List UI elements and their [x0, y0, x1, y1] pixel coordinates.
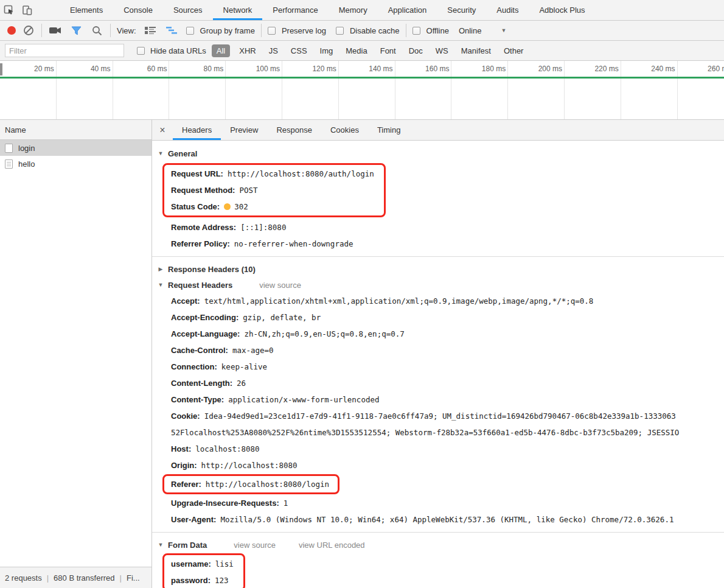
- inspect-element-icon[interactable]: [0, 0, 18, 20]
- collapse-triangle-icon[interactable]: ▼: [157, 542, 164, 548]
- filter-funnel-icon[interactable]: [69, 26, 83, 35]
- form-data-row-password: password:123: [171, 572, 234, 588]
- filter-input[interactable]: [5, 44, 124, 57]
- device-toolbar-icon[interactable]: [18, 0, 37, 20]
- toolbar-divider: [406, 24, 406, 37]
- tab-network[interactable]: Network: [213, 0, 263, 20]
- summary-more: Fi...: [127, 573, 140, 583]
- name-column-header[interactable]: Name: [0, 120, 151, 140]
- hide-data-urls-checkbox[interactable]: [137, 47, 145, 55]
- header-name: Accept-Encoding:: [171, 313, 238, 322]
- tab-security[interactable]: Security: [437, 0, 486, 20]
- view-source-link[interactable]: view source: [259, 281, 301, 290]
- network-main: Name login hello 2 requests | 680 B tran…: [0, 120, 724, 588]
- header-row-content-length: Content-Length:26: [152, 375, 724, 391]
- tab-adblock-plus[interactable]: Adblock Plus: [529, 0, 595, 20]
- tab-audits[interactable]: Audits: [486, 0, 529, 20]
- collapse-triangle-icon[interactable]: ▼: [157, 282, 164, 288]
- waterfall-icon[interactable]: [164, 26, 180, 35]
- header-value: 1: [284, 499, 288, 508]
- document-icon: [5, 144, 13, 153]
- throttling-select[interactable]: Online: [459, 26, 482, 35]
- filter-type-doc[interactable]: Doc: [405, 44, 426, 57]
- requests-count: 2 requests: [5, 573, 42, 583]
- disable-cache-label: Disable cache: [350, 26, 400, 35]
- clear-icon[interactable]: [22, 25, 35, 36]
- detail-tab-preview[interactable]: Preview: [221, 120, 267, 140]
- collapse-triangle-icon[interactable]: ▼: [157, 150, 164, 156]
- timeline-tick: 100 ms: [246, 65, 280, 73]
- timeline-tick: 200 ms: [528, 65, 562, 73]
- transferred-size: 680 B transferred: [54, 573, 114, 583]
- request-row-hello[interactable]: hello: [0, 156, 151, 172]
- disable-cache-checkbox[interactable]: [336, 27, 344, 35]
- header-value: POST: [239, 186, 257, 195]
- header-row-accept-encoding: Accept-Encoding:gzip, deflate, br: [152, 309, 724, 326]
- network-filterbar: Hide data URLs All XHR JS CSS Img Media …: [0, 41, 724, 61]
- form-data-title: Form Data: [168, 541, 207, 550]
- throttling-dropdown-icon[interactable]: ▼: [501, 27, 506, 33]
- group-by-frame-label: Group by frame: [200, 26, 255, 35]
- header-value: application/x-www-form-urlencoded: [228, 395, 379, 404]
- header-name: Status Code:: [171, 202, 220, 211]
- filter-type-css[interactable]: CSS: [287, 44, 311, 57]
- detail-tab-timing[interactable]: Timing: [368, 120, 410, 140]
- header-row-cookie-continuation: 52Flocalhost%253A8080%252F%26ntime%3D155…: [152, 424, 724, 441]
- header-row-cache-control: Cache-Control:max-age=0: [152, 342, 724, 359]
- annotation-box-general: Request URL:http://localhost:8080/auth/l…: [162, 163, 386, 217]
- header-row-cookie: Cookie:Idea-94ed9ed1=23ce1d17-e7d9-41f1-…: [152, 408, 724, 424]
- status-302-icon: [224, 203, 231, 210]
- tab-elements[interactable]: Elements: [60, 0, 113, 20]
- tab-memory[interactable]: Memory: [329, 0, 378, 20]
- tab-application[interactable]: Application: [378, 0, 437, 20]
- header-row-remote-address: Remote Address:[::1]:8080: [152, 219, 724, 236]
- general-section-title: General: [168, 149, 197, 158]
- filter-type-img[interactable]: Img: [316, 44, 337, 57]
- large-rows-icon[interactable]: [142, 26, 158, 35]
- header-value: 302: [234, 202, 248, 211]
- request-name: hello: [18, 159, 35, 169]
- header-name: Connection:: [171, 362, 217, 371]
- header-name: Content-Length:: [171, 379, 232, 388]
- summary-separator: |: [47, 573, 49, 583]
- filter-type-all[interactable]: All: [212, 44, 230, 57]
- filter-type-media[interactable]: Media: [342, 44, 371, 57]
- request-row-login[interactable]: login: [0, 140, 151, 156]
- filter-type-ws[interactable]: WS: [432, 44, 452, 57]
- detail-tab-cookies[interactable]: Cookies: [321, 120, 368, 140]
- detail-tab-headers[interactable]: Headers: [173, 120, 221, 140]
- filter-type-xhr[interactable]: XHR: [235, 44, 259, 57]
- group-by-frame-checkbox[interactable]: [186, 27, 194, 35]
- load-event-line: [0, 77, 724, 79]
- view-source-link[interactable]: view source: [234, 541, 276, 550]
- preserve-log-checkbox[interactable]: [268, 27, 276, 35]
- view-url-encoded-link[interactable]: view URL encoded: [299, 541, 365, 550]
- filter-type-js[interactable]: JS: [265, 44, 282, 57]
- header-name: Request Method:: [171, 186, 235, 195]
- offline-checkbox[interactable]: [412, 27, 420, 35]
- header-row-status-code: Status Code:302: [171, 198, 374, 215]
- expand-triangle-icon[interactable]: ▶: [157, 266, 164, 272]
- header-value: text/html,application/xhtml+xml,applicat…: [204, 296, 594, 306]
- timeline-scroll-nub: [0, 63, 2, 75]
- header-row-referrer-policy: Referrer Policy:no-referrer-when-downgra…: [152, 236, 724, 252]
- record-icon[interactable]: [7, 26, 16, 35]
- filter-type-font[interactable]: Font: [377, 44, 400, 57]
- network-overview-timeline[interactable]: 20 ms 40 ms 60 ms 80 ms 100 ms 120 ms 14…: [0, 61, 724, 120]
- screenshot-camera-icon[interactable]: [48, 26, 63, 35]
- tab-console[interactable]: Console: [113, 0, 163, 20]
- detail-tab-response[interactable]: Response: [267, 120, 321, 140]
- filter-type-other[interactable]: Other: [500, 44, 527, 57]
- search-icon[interactable]: [89, 26, 104, 36]
- header-row-request-url: Request URL:http://localhost:8080/auth/l…: [171, 166, 374, 182]
- close-icon[interactable]: ×: [152, 120, 173, 140]
- headers-content: ▼ General Request URL:http://localhost:8…: [152, 141, 724, 588]
- header-value: http://localhost:8080/login: [206, 480, 329, 489]
- tab-performance[interactable]: Performance: [262, 0, 328, 20]
- network-summary-bar: 2 requests | 680 B transferred | Fi...: [0, 567, 151, 588]
- timeline-tick: 40 ms: [77, 65, 111, 73]
- annotation-box-referer: Referer:http://localhost:8080/login: [162, 474, 339, 494]
- header-value: [::1]:8080: [240, 223, 286, 232]
- filter-type-manifest[interactable]: Manifest: [458, 44, 495, 57]
- tab-sources[interactable]: Sources: [163, 0, 213, 20]
